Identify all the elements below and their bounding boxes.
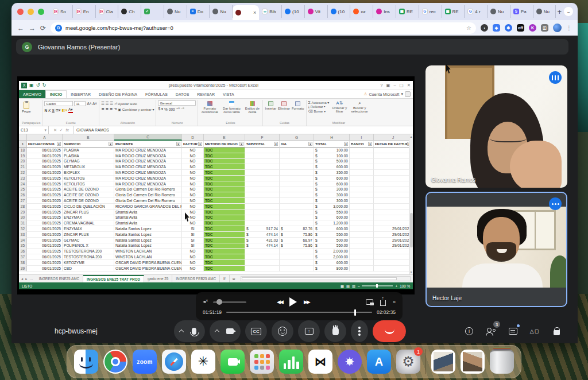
- cell[interactable]: [280, 249, 314, 254]
- cell[interactable]: KETOLITOS: [63, 181, 114, 187]
- cell[interactable]: NO: [182, 176, 204, 181]
- cell[interactable]: [374, 181, 413, 187]
- dock-icon-chrome[interactable]: [103, 350, 127, 374]
- cell[interactable]: [280, 198, 314, 204]
- picture-in-picture-icon[interactable]: [366, 299, 373, 305]
- cell[interactable]: [245, 260, 280, 266]
- cell[interactable]: TDC: [204, 164, 245, 170]
- cell[interactable]: [245, 148, 280, 153]
- cell[interactable]: $1,200.00: [314, 220, 350, 226]
- cell[interactable]: [245, 249, 280, 254]
- currency-icon[interactable]: $ ▾: [158, 107, 163, 111]
- dock-icon-safari[interactable]: [162, 350, 186, 374]
- camera-options-chevron-icon[interactable]: [215, 329, 219, 334]
- tile-options-icon[interactable]: [549, 197, 562, 210]
- cell[interactable]: $517.24: [245, 226, 280, 232]
- cell[interactable]: MA ROCIO CRUZ MENDOZA: [114, 159, 182, 165]
- cell[interactable]: [374, 164, 413, 170]
- header-cell[interactable]: SUBTOTAL▾: [245, 141, 280, 148]
- paste-button[interactable]: Pegar: [22, 100, 31, 113]
- rewind-icon[interactable]: ◀◀: [277, 299, 283, 305]
- cell[interactable]: [280, 176, 314, 181]
- cell[interactable]: [350, 249, 374, 254]
- filter-icon[interactable]: ▾: [109, 142, 113, 146]
- excel-ribbon-display-button[interactable]: ▣: [386, 83, 390, 88]
- cell[interactable]: Natalia Santos Lopez: [114, 226, 182, 232]
- cell[interactable]: TDC: [204, 159, 245, 165]
- cell[interactable]: [350, 220, 374, 226]
- cell[interactable]: KETOZYME: [63, 260, 114, 266]
- column-header-C[interactable]: C: [114, 134, 182, 141]
- cell[interactable]: [374, 260, 413, 266]
- view-break-icon[interactable]: ▥: [352, 284, 355, 288]
- cell[interactable]: $600.00: [314, 181, 350, 187]
- cell[interactable]: $2,000.00: [314, 249, 350, 254]
- wrap-text-button[interactable]: ⏎ Ajustar texto: [114, 102, 137, 106]
- browser-tab[interactable]: ✓: [141, 5, 164, 18]
- dock-icon-photo2[interactable]: [461, 350, 485, 374]
- column-header-J[interactable]: J: [374, 134, 413, 141]
- cell[interactable]: TDC: [204, 198, 245, 204]
- filter-icon[interactable]: ▾: [274, 142, 278, 146]
- cell[interactable]: [245, 266, 280, 272]
- cell[interactable]: [280, 153, 314, 159]
- filter-icon[interactable]: ▾: [176, 142, 180, 146]
- row-number[interactable]: 18: [19, 148, 27, 153]
- cell[interactable]: TDC: [204, 260, 245, 266]
- more-options-button[interactable]: [351, 320, 368, 342]
- dock-icon-zoom[interactable]: zoom: [133, 350, 157, 374]
- grow-font-icon[interactable]: A˄ A˅: [87, 102, 97, 106]
- cell[interactable]: KETOLITOS: [63, 176, 114, 181]
- row-number[interactable]: 24: [19, 181, 27, 187]
- dock-icon-motion[interactable]: ✳: [338, 350, 362, 374]
- activities-button[interactable]: △◻: [529, 326, 540, 336]
- sheet-tab[interactable]: gasto ene 25: [144, 275, 172, 282]
- cell[interactable]: $550.00: [314, 243, 350, 249]
- browser-tab[interactable]: Vit: [305, 5, 328, 18]
- cell[interactable]: [374, 249, 413, 254]
- excel-help-button[interactable]: ?: [380, 83, 382, 88]
- clear-button[interactable]: ⌫ Borrar ▾: [308, 110, 330, 113]
- cell[interactable]: $500.00: [314, 238, 350, 243]
- cell[interactable]: $300.00: [314, 187, 350, 193]
- bold-button[interactable]: N: [44, 108, 47, 113]
- sheet-nav-right-icon[interactable]: ▸: [25, 277, 27, 281]
- column-header-A[interactable]: A: [27, 134, 63, 141]
- ribbon-tab-diseodepgina[interactable]: DISEÑO DE PÁGINA: [95, 90, 141, 98]
- quick-access-toolbar[interactable]: ▣ ↺ ↻: [29, 83, 47, 88]
- enter-entry-icon[interactable]: ✓: [60, 128, 63, 133]
- cell[interactable]: TDC: [204, 210, 245, 215]
- cell[interactable]: [374, 187, 413, 193]
- ribbon-tab-vista[interactable]: VISTA: [219, 90, 238, 98]
- cell[interactable]: NO: [182, 220, 204, 226]
- cell[interactable]: MA ROCIO CRUZ MENDOZA: [114, 170, 182, 176]
- cell[interactable]: [280, 164, 314, 170]
- cell[interactable]: GLYMAC: [63, 238, 114, 243]
- ribbon-tab-frmulas[interactable]: FÓRMULAS: [141, 90, 172, 98]
- cell[interactable]: OSCAR DAVID PIEDRA BUENA CUENC: [114, 260, 182, 266]
- browser-tab[interactable]: oz: [350, 5, 373, 18]
- cell[interactable]: SI: [182, 238, 204, 243]
- row-number[interactable]: 21: [19, 164, 27, 170]
- cell[interactable]: NO: [182, 164, 204, 170]
- row-number[interactable]: 35: [19, 243, 27, 249]
- header-cell[interactable]: FECHA DE FACTURA▾: [374, 141, 413, 148]
- browser-tab[interactable]: skSo: [50, 5, 73, 18]
- cell[interactable]: [350, 254, 374, 260]
- cell[interactable]: TDC: [204, 187, 245, 193]
- seek-bar[interactable]: [226, 312, 372, 313]
- cell[interactable]: [374, 153, 413, 159]
- cell[interactable]: [245, 220, 280, 226]
- row-number[interactable]: 19: [19, 153, 27, 159]
- delete-cells-button[interactable]: Eliminar: [278, 100, 290, 110]
- cell[interactable]: ENZYMAX: [63, 226, 114, 232]
- column-header-H[interactable]: H: [314, 134, 350, 141]
- cell[interactable]: [245, 204, 280, 210]
- cell[interactable]: $474.14: [245, 243, 280, 249]
- darkreader-extension-icon[interactable]: ◗: [481, 24, 488, 32]
- row-number[interactable]: 32: [19, 226, 27, 232]
- ribbon-tab-datos[interactable]: DATOS: [172, 90, 193, 98]
- cell[interactable]: NO: [182, 198, 204, 204]
- row-number[interactable]: 36: [19, 249, 27, 254]
- row-number[interactable]: 28: [19, 204, 27, 210]
